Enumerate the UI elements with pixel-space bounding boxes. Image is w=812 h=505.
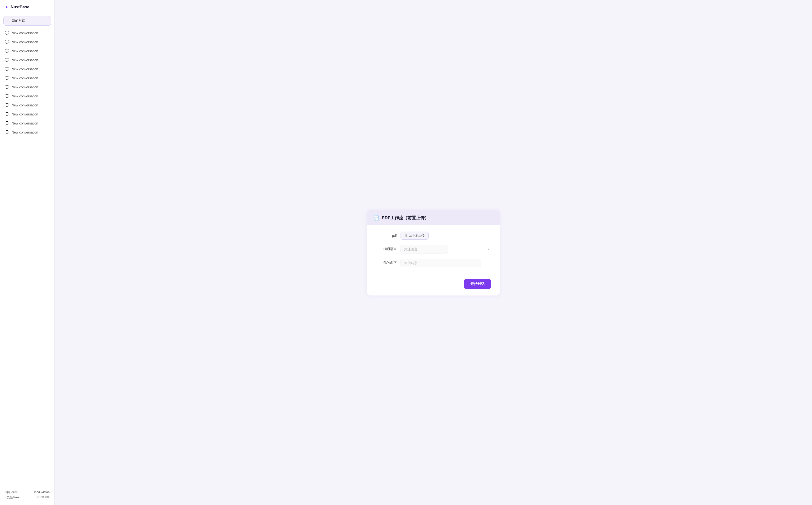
conversation-item[interactable]: 💬 New conversation xyxy=(0,73,54,82)
conversation-item[interactable]: 💬 New conversation xyxy=(0,28,54,37)
sidebar: ✦ NuxtBase + 新的对话 💬 New conversation 💬 N… xyxy=(0,0,55,505)
sidebar-footer: 订阅Token: 14533/36000 一次性Token: 2199/3000 xyxy=(0,487,54,505)
subscription-token-row: 订阅Token: 14533/36000 xyxy=(4,490,50,494)
conversation-item[interactable]: 💬 New conversation xyxy=(0,128,54,137)
one-time-token-row: 一次性Token: 2199/3000 xyxy=(4,496,50,500)
language-select-wrapper: 沟通语言 中文 English 日本語 ▾ xyxy=(401,245,491,254)
chat-icon: 💬 xyxy=(5,40,9,44)
upload-area: ⬆ 从本地上传 xyxy=(401,231,429,240)
conversation-item[interactable]: 💬 New conversation xyxy=(0,46,54,55)
conversation-item-label: New conversation xyxy=(12,49,38,53)
chat-icon: 💬 xyxy=(5,85,9,89)
chat-icon: 💬 xyxy=(5,49,9,53)
pdf-label: pdf xyxy=(375,234,397,237)
logo-icon: ✦ xyxy=(5,4,9,10)
conversation-item[interactable]: 💬 New conversation xyxy=(0,92,54,101)
name-input[interactable] xyxy=(401,259,482,267)
pdf-upload-row: pdf ⬆ 从本地上传 xyxy=(375,231,491,240)
card-title: PDF工作流（前置上传） xyxy=(382,215,429,221)
conversation-item-label: New conversation xyxy=(12,76,38,80)
language-select[interactable]: 沟通语言 中文 English 日本語 xyxy=(401,245,448,254)
chat-icon: 💬 xyxy=(5,130,9,135)
conversation-item[interactable]: 💬 New conversation xyxy=(0,82,54,92)
chat-icon: 💬 xyxy=(5,31,9,35)
conversation-item-label: New conversation xyxy=(12,40,38,44)
conversation-item-label: New conversation xyxy=(12,58,38,62)
conversation-item-label: New conversation xyxy=(12,103,38,107)
subscription-token-label: 订阅Token: xyxy=(4,490,18,494)
conversation-item-label: New conversation xyxy=(12,67,38,71)
conversation-item-label: New conversation xyxy=(12,130,38,134)
conversation-item[interactable]: 💬 New conversation xyxy=(0,64,54,73)
chat-icon: 💬 xyxy=(5,58,9,62)
card-footer: 开始对话 xyxy=(367,279,500,296)
language-row: 沟通语言 沟通语言 中文 English 日本語 ▾ xyxy=(375,245,491,254)
conversation-list: 💬 New conversation 💬 New conversation 💬 … xyxy=(0,27,54,487)
conversation-item[interactable]: 💬 New conversation xyxy=(0,37,54,46)
pdf-icon: 📄 xyxy=(374,215,379,221)
card-header: 📄 PDF工作流（前置上传） xyxy=(367,210,500,225)
conversation-item-label: New conversation xyxy=(12,121,38,125)
conversation-item-label: New conversation xyxy=(12,85,38,89)
conversation-item-label: New conversation xyxy=(12,94,38,98)
chat-icon: 💬 xyxy=(5,112,9,116)
conversation-item[interactable]: 💬 New conversation xyxy=(0,101,54,110)
logo-text: NuxtBase xyxy=(11,5,29,9)
name-row: 你的名字 xyxy=(375,259,491,267)
start-conversation-button[interactable]: 开始对话 xyxy=(464,279,491,289)
chevron-down-icon: ▾ xyxy=(488,247,489,251)
conversation-item[interactable]: 💬 New conversation xyxy=(0,119,54,128)
upload-icon: ⬆ xyxy=(405,233,408,238)
conversation-item[interactable]: 💬 New conversation xyxy=(0,110,54,119)
sidebar-header: ✦ NuxtBase xyxy=(0,0,54,14)
plus-icon: + xyxy=(7,19,9,23)
language-label: 沟通语言 xyxy=(375,247,397,251)
conversation-item-label: New conversation xyxy=(12,31,38,35)
upload-button[interactable]: ⬆ 从本地上传 xyxy=(401,231,429,240)
upload-button-label: 从本地上传 xyxy=(409,233,424,238)
chat-icon: 💬 xyxy=(5,67,9,71)
card-body: pdf ⬆ 从本地上传 沟通语言 沟通语言 中文 English 日本語 xyxy=(367,225,500,279)
new-conversation-button[interactable]: + 新的对话 xyxy=(3,16,51,26)
one-time-token-label: 一次性Token: xyxy=(4,496,21,500)
main-content: 📄 PDF工作流（前置上传） pdf ⬆ 从本地上传 沟通语言 沟通 xyxy=(55,0,812,505)
new-conversation-label: 新的对话 xyxy=(12,19,25,23)
name-label: 你的名字 xyxy=(375,261,397,265)
subscription-token-value: 14533/36000 xyxy=(33,490,50,494)
pdf-workflow-card: 📄 PDF工作流（前置上传） pdf ⬆ 从本地上传 沟通语言 沟通 xyxy=(367,210,500,296)
one-time-token-value: 2199/3000 xyxy=(37,496,50,500)
conversation-item[interactable]: 💬 New conversation xyxy=(0,55,54,64)
chat-icon: 💬 xyxy=(5,121,9,126)
chat-icon: 💬 xyxy=(5,94,9,98)
conversation-item-label: New conversation xyxy=(12,112,38,116)
chat-icon: 💬 xyxy=(5,103,9,107)
chat-icon: 💬 xyxy=(5,76,9,80)
